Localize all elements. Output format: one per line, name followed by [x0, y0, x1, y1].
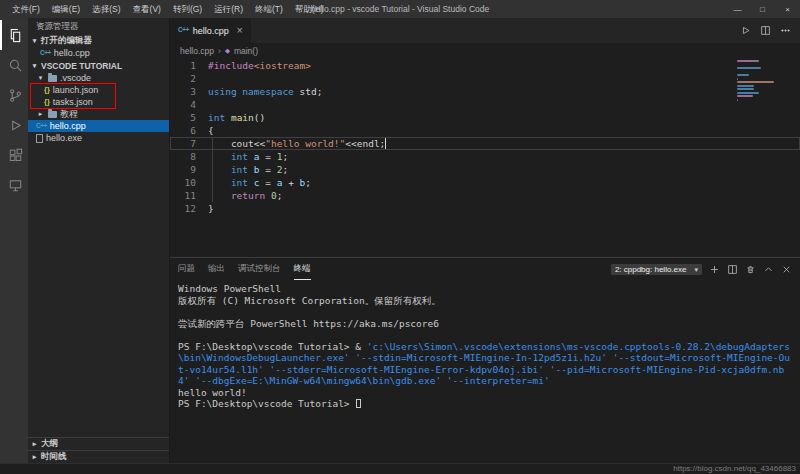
- tree-item[interactable]: hello.exe: [28, 132, 169, 144]
- code-line-12[interactable]: 12}: [170, 202, 800, 215]
- breadcrumb-symbol[interactable]: main(): [234, 46, 258, 56]
- panel-tab-1[interactable]: 输出: [208, 258, 225, 280]
- line-number[interactable]: 4: [170, 98, 200, 111]
- tree-item[interactable]: .vscode: [28, 72, 169, 84]
- folder-icon: [48, 75, 57, 82]
- activity-bar-item-source-control[interactable]: [0, 80, 28, 110]
- file-label: .vscode: [60, 73, 91, 83]
- editor-group: hello.cpp hello.cpp main() 1#include<ios…: [170, 18, 800, 463]
- code-token: (): [254, 112, 265, 123]
- line-number[interactable]: 8: [170, 150, 200, 163]
- line-number[interactable]: 2: [170, 72, 200, 85]
- terminal-line: Windows PowerShell: [178, 283, 792, 295]
- minimap[interactable]: [737, 60, 791, 102]
- cpp-file-icon: [178, 27, 189, 34]
- menu-item-5[interactable]: 运行(R): [208, 0, 249, 18]
- activity-bar-item-extensions[interactable]: [0, 140, 28, 170]
- kill-terminal-button[interactable]: [745, 264, 756, 275]
- code-line-8[interactable]: 8 int a = 1;: [170, 150, 800, 163]
- code-token: =: [260, 151, 277, 162]
- code-editor[interactable]: 1#include<iostream>23using namespace std…: [170, 58, 800, 257]
- timeline-section-header[interactable]: 时间线: [28, 450, 169, 463]
- tree-item[interactable]: launch.json: [28, 84, 169, 96]
- line-number[interactable]: 12: [170, 202, 200, 215]
- line-number[interactable]: 7: [170, 137, 200, 150]
- maximize-button[interactable]: □: [750, 0, 775, 18]
- code-line-3[interactable]: 3using namespace std;: [170, 85, 800, 98]
- line-number[interactable]: 10: [170, 176, 200, 189]
- minimap-line: [737, 74, 749, 76]
- code-text: int a = 1;: [200, 150, 288, 163]
- code-token: #include: [208, 60, 254, 71]
- close-panel-button[interactable]: [781, 264, 792, 275]
- code-token: {: [208, 125, 214, 136]
- line-number[interactable]: 9: [170, 163, 200, 176]
- code-text: [200, 72, 208, 85]
- tab-close-icon[interactable]: [237, 25, 243, 36]
- minimize-button[interactable]: —: [725, 0, 750, 18]
- terminal-selector-dropdown[interactable]: 2: cppdbg: hello.exe: [611, 264, 702, 275]
- menu-item-0[interactable]: 文件(F): [6, 0, 46, 18]
- menu-item-6[interactable]: 终端(T): [249, 0, 289, 18]
- more-actions-button[interactable]: [780, 25, 791, 36]
- activity-bar-item-explorer[interactable]: [0, 20, 28, 50]
- editor-tab-hello-cpp[interactable]: hello.cpp: [170, 18, 251, 43]
- code-line-10[interactable]: 10 int c = a + b;: [170, 176, 800, 189]
- split-editor-button[interactable]: [760, 25, 771, 36]
- run-button[interactable]: [740, 25, 751, 36]
- activity-bar-item-remote-explorer[interactable]: [0, 170, 28, 200]
- terminal-line: PS F:\Desktop\vscode Tutorial> & 'c:\Use…: [178, 341, 792, 387]
- menu-item-2[interactable]: 选择(S): [86, 0, 126, 18]
- terminal-text-segment: &: [355, 341, 366, 352]
- code-line-11[interactable]: 11 return 0;: [170, 189, 800, 202]
- code-line-6[interactable]: 6{: [170, 124, 800, 137]
- code-line-9[interactable]: 9 int b = 2;: [170, 163, 800, 176]
- code-line-5[interactable]: 5int main(): [170, 111, 800, 124]
- code-text: #include<iostream>: [200, 59, 311, 72]
- maximize-panel-button[interactable]: [763, 264, 774, 275]
- outline-section-header[interactable]: 大纲: [28, 437, 169, 450]
- folder-icon: [48, 111, 57, 118]
- split-terminal-button[interactable]: [727, 264, 738, 275]
- run-debug-icon: [8, 118, 23, 133]
- tree-item[interactable]: 教程: [28, 108, 169, 120]
- code-line-1[interactable]: 1#include<iostream>: [170, 59, 800, 72]
- line-number[interactable]: 11: [170, 189, 200, 202]
- line-number[interactable]: 3: [170, 85, 200, 98]
- code-line-7[interactable]: 7 cout<<"hello world!"<<endl;: [170, 137, 800, 150]
- menu-item-4[interactable]: 转到(G): [167, 0, 208, 18]
- code-token: cout<<: [208, 138, 265, 149]
- panel-tab-3[interactable]: 终端: [294, 258, 311, 280]
- activity-bar-item-search[interactable]: [0, 50, 28, 80]
- terminal-line: 版权所有 (C) Microsoft Corporation。保留所有权利。: [178, 295, 792, 307]
- workspace-header[interactable]: VSCODE TUTORIAL: [28, 59, 169, 72]
- explorer-sidebar: 资源管理器 打开的编辑器 hello.cpp VSCODE TUTORIAL .…: [28, 18, 170, 463]
- panel-tab-2[interactable]: 调试控制台: [238, 258, 281, 280]
- breadcrumb-file[interactable]: hello.cpp: [180, 46, 214, 56]
- panel-tab-0[interactable]: 问题: [178, 258, 195, 280]
- open-editors-label: 打开的编辑器: [41, 35, 92, 47]
- close-button[interactable]: ×: [775, 0, 800, 18]
- split-terminal-icon: [727, 264, 738, 275]
- indent-guide: [212, 137, 213, 202]
- terminal-line: PS F:\Desktop\vscode Tutorial>: [178, 398, 792, 410]
- code-line-4[interactable]: 4: [170, 98, 800, 111]
- new-terminal-button[interactable]: [709, 264, 720, 275]
- line-number[interactable]: 6: [170, 124, 200, 137]
- tree-item[interactable]: tasks.json: [28, 96, 169, 108]
- terminal-output[interactable]: Windows PowerShell版权所有 (C) Microsoft Cor…: [170, 280, 800, 463]
- code-token: =: [260, 164, 277, 175]
- activity-bar-item-run-debug[interactable]: [0, 110, 28, 140]
- menu-item-1[interactable]: 编辑(E): [46, 0, 86, 18]
- open-editors-header[interactable]: 打开的编辑器: [28, 34, 169, 47]
- line-number[interactable]: 1: [170, 59, 200, 72]
- window-title: hello.cpp - vscode Tutorial - Visual Stu…: [311, 4, 489, 14]
- open-editor-item[interactable]: hello.cpp: [28, 47, 169, 59]
- tree-item[interactable]: hello.cpp: [28, 120, 169, 132]
- menu-item-3[interactable]: 查看(V): [127, 0, 167, 18]
- title-bar: 文件(F)编辑(E)选择(S)查看(V)转到(G)运行(R)终端(T)帮助(H)…: [0, 0, 800, 18]
- code-line-2[interactable]: 2: [170, 72, 800, 85]
- code-token: ;: [277, 190, 283, 201]
- sidebar-title: 资源管理器: [28, 18, 169, 34]
- line-number[interactable]: 5: [170, 111, 200, 124]
